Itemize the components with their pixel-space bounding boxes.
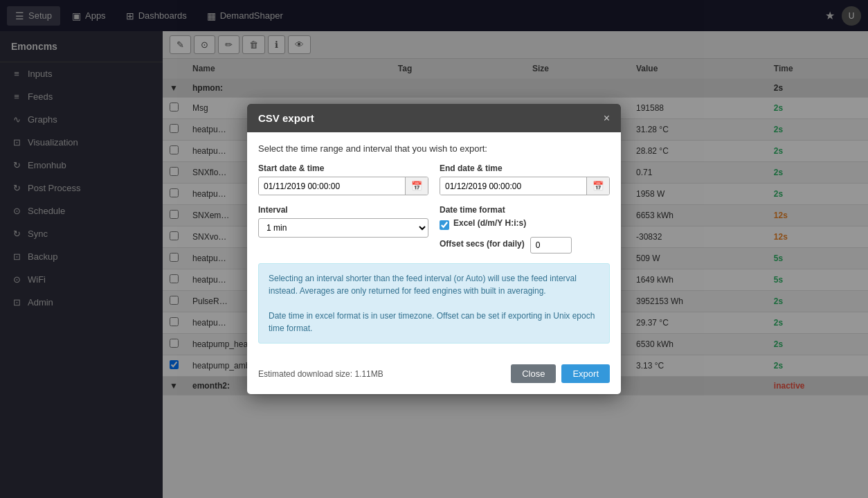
offset-row: Offset secs (for daily) (440, 237, 610, 254)
modal-description: Select the time range and interval that … (258, 143, 610, 154)
start-calendar-button[interactable]: 📅 (405, 177, 428, 195)
start-date-input[interactable] (259, 178, 405, 195)
offset-label: Offset secs (for daily) (440, 239, 525, 249)
interval-label: Interval (258, 205, 428, 215)
csv-export-modal: CSV export × Select the time range and i… (247, 104, 621, 394)
info-text-1: Selecting an interval shorter than the f… (269, 272, 599, 297)
start-date-label: Start date & time (258, 163, 428, 173)
modal-body: Select the time range and interval that … (247, 132, 621, 364)
end-date-label: End date & time (440, 163, 610, 173)
start-date-group: Start date & time 📅 (258, 163, 428, 195)
interval-format-row: Interval 1 min 5 min 10 min 30 min 1 hou… (258, 205, 610, 254)
offset-input[interactable] (530, 237, 572, 254)
modal-overlay: CSV export × Select the time range and i… (0, 0, 868, 498)
interval-group: Interval 1 min 5 min 10 min 30 min 1 hou… (258, 205, 428, 254)
modal-title: CSV export (258, 112, 314, 124)
download-size: Estimated download size: 1.11MB (258, 369, 383, 379)
footer-buttons: Close Export (511, 364, 610, 383)
excel-format-row: Excel (d/m/Y H:i:s) (440, 218, 610, 231)
dt-format-group: Date time format Excel (d/m/Y H:i:s) Off… (440, 205, 610, 254)
export-button[interactable]: Export (561, 364, 610, 383)
end-date-input[interactable] (440, 178, 586, 195)
close-button[interactable]: Close (511, 364, 556, 383)
dt-format-label: Date time format (440, 205, 610, 215)
date-row: Start date & time 📅 End date & time 📅 (258, 163, 610, 195)
info-text-2: Date time in excel format is in user tim… (269, 310, 599, 335)
end-date-input-wrap: 📅 (440, 177, 610, 195)
end-date-group: End date & time 📅 (440, 163, 610, 195)
excel-format-checkbox[interactable] (440, 220, 449, 230)
excel-format-label: Excel (d/m/Y H:i:s) (453, 218, 526, 228)
interval-select[interactable]: 1 min 5 min 10 min 30 min 1 hour 1 day A… (258, 218, 428, 238)
modal-footer: Estimated download size: 1.11MB Close Ex… (247, 364, 621, 394)
modal-header: CSV export × (247, 104, 621, 132)
end-calendar-button[interactable]: 📅 (586, 177, 609, 195)
start-date-input-wrap: 📅 (258, 177, 428, 195)
info-box: Selecting an interval shorter than the f… (258, 263, 610, 344)
modal-close-button[interactable]: × (604, 113, 610, 124)
